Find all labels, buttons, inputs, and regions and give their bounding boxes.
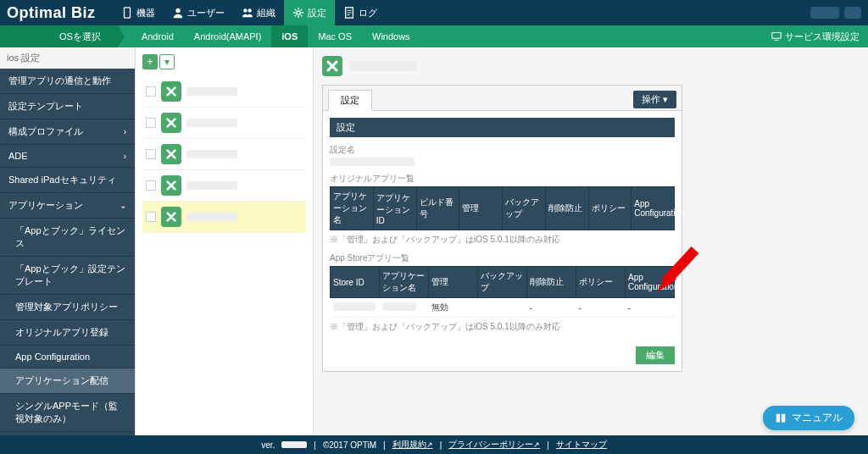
service-settings-link[interactable]: サービス環境設定: [771, 30, 868, 43]
sidebar-item[interactable]: 管理対象アプリポリシー: [0, 295, 135, 320]
svg-rect-0: [124, 8, 130, 18]
sidebar-item[interactable]: 「Appとブック」設定テンプレート: [0, 257, 135, 295]
operations-button[interactable]: 操作 ▾: [633, 91, 676, 108]
external-icon: [426, 440, 433, 449]
monitor-icon: [771, 31, 782, 42]
book-icon: [775, 412, 787, 424]
footer-sitemap-link[interactable]: サイトマップ: [556, 439, 607, 451]
chevron-icon: ⌄: [120, 201, 126, 210]
sidebar-item[interactable]: オリジナルアプリ登録: [0, 320, 135, 346]
setting-name-label: 設定名: [330, 144, 675, 156]
col-header: アプリケーション名: [380, 267, 429, 298]
col-header: App Configuration: [632, 187, 675, 230]
svg-rect-6: [772, 33, 782, 39]
sidebar-item[interactable]: アプリケーション配信: [0, 368, 135, 394]
os-tab-androidamapi[interactable]: Android(AMAPI): [184, 25, 271, 47]
workspace: ios 設定 管理アプリの通信と動作設定テンプレート構成プロファイル›ADE›S…: [0, 47, 868, 435]
appconfig-cell: -: [626, 298, 675, 318]
manual-button[interactable]: マニュアル: [763, 406, 854, 430]
profile-menu-button[interactable]: ▾: [159, 54, 175, 69]
nav-user[interactable]: ユーザー: [164, 0, 233, 25]
col-header: App Configuration: [626, 267, 675, 298]
profile-checkbox[interactable]: [146, 212, 156, 222]
app-icon: [322, 56, 342, 76]
settings-panel: 設定 操作 ▾ 設定 設定名 オリジナルアプリ一覧 アプリケーション名アプリケー…: [322, 85, 682, 372]
app-name-cell: [382, 302, 416, 311]
nav-org[interactable]: 組織: [233, 0, 284, 25]
profile-checkbox[interactable]: [146, 118, 156, 128]
profile-list-column: + ▾: [136, 47, 314, 435]
profile-row[interactable]: [142, 76, 306, 108]
log-icon: [343, 7, 355, 19]
nav-log[interactable]: ログ: [335, 0, 386, 25]
store-note: ※「管理」および「バックアップ」はiOS 5.0.1以降のみ対応: [330, 321, 675, 333]
os-tab-ios[interactable]: iOS: [271, 25, 308, 47]
backup-cell: [478, 298, 527, 318]
sidebar-item[interactable]: アプリケーション⌄: [0, 193, 135, 219]
os-tab-android[interactable]: Android: [131, 25, 184, 47]
app-icon: [161, 144, 181, 164]
account-pill-2[interactable]: [844, 7, 861, 19]
original-note: ※「管理」および「バックアップ」はiOS 5.0.1以降のみ対応: [330, 234, 675, 246]
tab-settings[interactable]: 設定: [328, 90, 372, 111]
profile-row[interactable]: [142, 202, 306, 233]
app-icon: [161, 81, 181, 102]
col-header: ポリシー: [576, 267, 626, 298]
col-header: 削除防止: [545, 187, 588, 230]
account-pill[interactable]: [810, 7, 839, 19]
nav-device[interactable]: 機器: [113, 0, 164, 25]
sidebar-item[interactable]: 管理アプリの通信と動作: [0, 69, 135, 94]
app-icon: [161, 113, 181, 133]
svg-point-3: [248, 8, 251, 12]
profile-row[interactable]: [142, 170, 306, 202]
store-id-cell: [333, 302, 376, 311]
os-tab-windows[interactable]: Windows: [362, 25, 420, 47]
sidebar-item[interactable]: 構成プロファイル›: [0, 119, 135, 145]
edit-button[interactable]: 編集: [636, 346, 675, 364]
selected-profile-name: [349, 61, 417, 71]
footer-terms-link[interactable]: 利用規約: [392, 439, 433, 451]
sidebar-item[interactable]: Shared iPadセキュリティ: [0, 168, 135, 193]
col-header: ビルド番号: [416, 187, 459, 230]
panel-title: 設定: [330, 118, 675, 137]
col-header: アプリケーションID: [373, 187, 416, 230]
col-header: 管理: [459, 187, 503, 230]
profile-row[interactable]: [142, 108, 306, 139]
svg-point-4: [296, 11, 299, 14]
original-apps-table: アプリケーション名アプリケーションIDビルド番号管理バックアップ削除防止ポリシー…: [330, 186, 675, 230]
table-row: 無効 - - -: [331, 298, 675, 318]
manage-cell: 無効: [429, 298, 478, 318]
topbar-right: [810, 7, 861, 19]
add-profile-button[interactable]: +: [142, 54, 158, 69]
col-header: バックアップ: [478, 267, 527, 298]
col-header: アプリケーション名: [331, 187, 374, 230]
nav-gear[interactable]: 設定: [284, 0, 335, 25]
profile-name: [186, 87, 237, 96]
col-header: 削除防止: [527, 267, 576, 298]
profile-checkbox[interactable]: [146, 149, 156, 159]
app-icon: [161, 175, 181, 196]
store-apps-title: App Storeアプリ一覧: [330, 252, 675, 264]
footer: ver. | ©2017 OPTiM | 利用規約 | プライバシーポリシー |…: [0, 435, 868, 454]
sidebar-item[interactable]: 「Appとブック」ライセンス: [0, 219, 135, 257]
policy-cell: -: [576, 298, 626, 318]
sidebar-item[interactable]: ADE›: [0, 145, 135, 168]
gear-icon: [292, 7, 304, 19]
os-tab-macos[interactable]: Mac OS: [308, 25, 362, 47]
top-bar: Optimal Biz 機器ユーザー組織設定ログ: [0, 0, 868, 25]
footer-privacy-link[interactable]: プライバシーポリシー: [448, 439, 540, 451]
os-select[interactable]: OSを選択: [0, 25, 118, 47]
sidebar-item[interactable]: App Configuration: [0, 346, 135, 368]
sidebar-item[interactable]: シングルAPPモード（監視対象のみ）: [0, 394, 135, 432]
profile-list-toolbar: + ▾: [142, 54, 306, 69]
profile-checkbox[interactable]: [146, 180, 156, 191]
sidebar: ios 設定 管理アプリの通信と動作設定テンプレート構成プロファイル›ADE›S…: [0, 47, 136, 435]
store-apps-table: Store IDアプリケーション名管理バックアップ削除防止ポリシーApp Con…: [330, 266, 675, 318]
profile-row[interactable]: [142, 139, 306, 170]
profile-name: [186, 181, 237, 190]
sidebar-title: ios 設定: [0, 47, 135, 69]
user-icon: [172, 7, 184, 19]
sidebar-item[interactable]: 設定テンプレート: [0, 94, 135, 119]
profile-checkbox[interactable]: [146, 86, 156, 97]
footer-version-label: ver.: [261, 440, 275, 450]
